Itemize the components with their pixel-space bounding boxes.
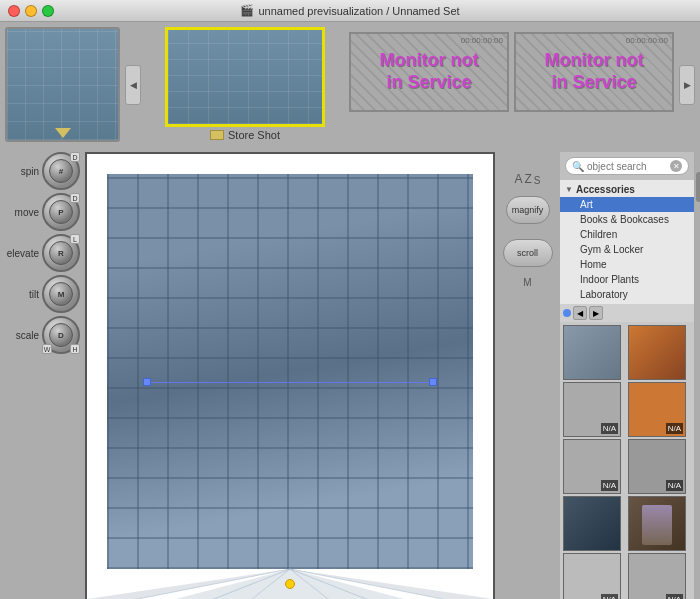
spin-dial-inner: # xyxy=(49,159,73,183)
thumb-9[interactable]: N/A xyxy=(563,553,621,599)
tilt-control: tilt M xyxy=(4,275,80,313)
right-panel-scrollbar[interactable] xyxy=(694,152,695,599)
spin-control: spin # D xyxy=(4,152,80,190)
category-books[interactable]: Books & Bookcases xyxy=(560,212,694,227)
move-control: move P D xyxy=(4,193,80,231)
move-key-badge: D xyxy=(70,193,80,203)
elevate-control: elevate R L xyxy=(4,234,80,272)
titlebar: 🎬 unnamed previsualization / Unnamed Set xyxy=(0,0,700,22)
thumbnail-preview[interactable] xyxy=(5,27,120,142)
spin-key: # xyxy=(59,167,63,176)
monitor-panels: 00:00:00:00 Monitor notin Service 00:00:… xyxy=(349,27,674,142)
selection-handle-right[interactable] xyxy=(429,378,437,386)
move-dial[interactable]: P D xyxy=(42,193,80,231)
category-children[interactable]: Children xyxy=(560,227,694,242)
yellow-dot xyxy=(285,579,295,589)
m-label: M xyxy=(523,277,531,288)
scale-key: D xyxy=(58,331,64,340)
thumb-gray5 xyxy=(629,554,685,599)
thumb-4[interactable]: N/A xyxy=(628,382,686,437)
monitor-left: 00:00:00:00 Monitor notin Service xyxy=(349,32,509,112)
preview-area: Store Shot xyxy=(146,27,344,142)
preview-frame[interactable] xyxy=(165,27,325,127)
elevate-key: R xyxy=(58,249,64,258)
thumb-room-img xyxy=(564,326,620,379)
scale-dial[interactable]: D W H xyxy=(42,316,80,354)
thumb-na-6: N/A xyxy=(666,594,683,599)
accessories-label: Accessories xyxy=(576,184,635,195)
category-nav-row: ◀ ▶ xyxy=(560,304,694,322)
scale-control: scale D W H xyxy=(4,316,80,354)
thumb-na-1: N/A xyxy=(601,423,618,434)
letter-z: Z xyxy=(525,172,532,186)
close-button[interactable] xyxy=(8,5,20,17)
category-header: ▼ Accessories xyxy=(560,182,694,197)
thumb-3[interactable]: N/A xyxy=(563,382,621,437)
thumb-mona-img xyxy=(629,497,685,550)
category-art[interactable]: Art xyxy=(560,197,694,212)
thumb-portrait-img xyxy=(564,497,620,550)
thumb-na-2: N/A xyxy=(666,423,683,434)
nav-right-button[interactable]: ▶ xyxy=(679,65,695,105)
selection-handle-left[interactable] xyxy=(143,378,151,386)
monitor-left-tc: 00:00:00:00 xyxy=(461,36,503,45)
right-panel-container: 🔍 ✕ ▼ Accessories Art Books & Bookcases … xyxy=(560,152,695,599)
category-lab[interactable]: Laboratory xyxy=(560,287,694,302)
thumbnail-grid-panel: N/A N/A N/A N/A xyxy=(560,322,694,599)
magnify-button[interactable]: magnify xyxy=(506,196,550,224)
minimize-button[interactable] xyxy=(25,5,37,17)
search-icon: 🔍 xyxy=(572,161,584,172)
spin-key-badge: D xyxy=(70,152,80,162)
tilt-dial[interactable]: M xyxy=(42,275,80,313)
window-controls xyxy=(8,5,54,17)
spin-dial[interactable]: # D xyxy=(42,152,80,190)
thumb-5[interactable]: N/A xyxy=(563,439,621,494)
thumb-6[interactable]: N/A xyxy=(628,439,686,494)
preview-grid xyxy=(168,30,322,124)
category-plants[interactable]: Indoor Plants xyxy=(560,272,694,287)
thumb-7[interactable] xyxy=(563,496,621,551)
object-search-input[interactable] xyxy=(587,161,667,172)
thumb-gray4 xyxy=(564,554,620,599)
category-triangle-icon: ▼ xyxy=(565,185,573,194)
category-home[interactable]: Home xyxy=(560,257,694,272)
move-dial-inner: P xyxy=(49,200,73,224)
top-strip: ◀ Store Shot 00:00:00:00 Monitor notin S… xyxy=(0,22,700,147)
object-search-box[interactable]: 🔍 ✕ xyxy=(565,157,689,175)
thumb-2[interactable] xyxy=(628,325,686,380)
thumb-8[interactable] xyxy=(628,496,686,551)
category-gym[interactable]: Gym & Locker xyxy=(560,242,694,257)
monitor-left-text: Monitor notin Service xyxy=(380,50,479,93)
mona-figure xyxy=(642,505,672,545)
search-clear-button[interactable]: ✕ xyxy=(670,160,682,172)
scroll-button[interactable]: scroll xyxy=(503,239,553,267)
maximize-button[interactable] xyxy=(42,5,54,17)
store-shot-icon xyxy=(210,130,224,140)
scale-key-w: W xyxy=(42,344,52,354)
move-key: P xyxy=(58,208,63,217)
cat-nav-left[interactable]: ◀ xyxy=(573,306,587,320)
thumb-1[interactable] xyxy=(563,325,621,380)
nav-left-button[interactable]: ◀ xyxy=(125,65,141,105)
move-label: move xyxy=(4,207,39,218)
monitor-right: 00:00:00:00 Monitor notin Service xyxy=(514,32,674,112)
cat-nav-right[interactable]: ▶ xyxy=(589,306,603,320)
tilt-dial-inner: M xyxy=(49,282,73,306)
elevate-dial[interactable]: R L xyxy=(42,234,80,272)
right-panel: 🔍 ✕ ▼ Accessories Art Books & Bookcases … xyxy=(560,152,694,599)
viewport[interactable] xyxy=(85,152,495,599)
scale-dial-inner: D xyxy=(49,323,73,347)
tilt-key: M xyxy=(58,290,65,299)
thumb-10[interactable]: N/A xyxy=(628,553,686,599)
scale-key-h: H xyxy=(70,344,80,354)
scale-label: scale xyxy=(4,330,39,341)
scroll-label: scroll xyxy=(517,248,538,258)
elevate-label: elevate xyxy=(4,248,39,259)
category-list: ▼ Accessories Art Books & Bookcases Chil… xyxy=(560,180,694,304)
store-shot-label: Store Shot xyxy=(228,129,280,141)
app-icon: 🎬 xyxy=(240,4,254,17)
elevate-dial-inner: R xyxy=(49,241,73,265)
store-shot-bar: Store Shot xyxy=(210,129,280,141)
right-controls: A Z S magnify scroll M xyxy=(500,152,555,599)
cat-indicator xyxy=(563,309,571,317)
